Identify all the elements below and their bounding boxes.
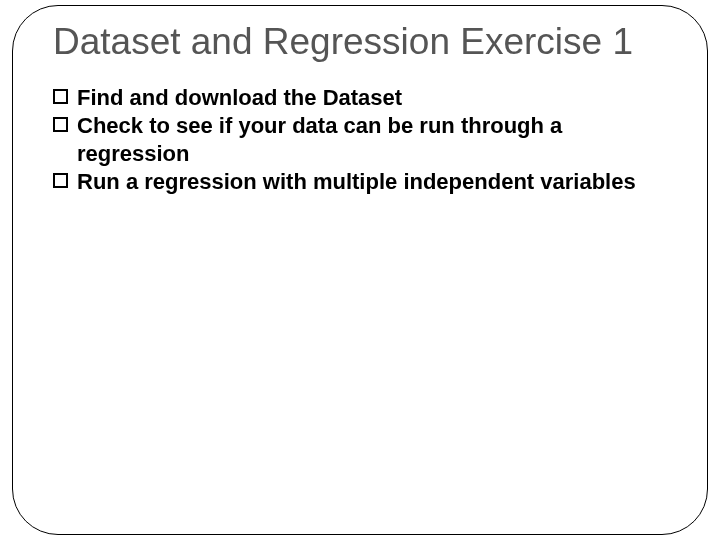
bullet-text: Run a regression with multiple independe… bbox=[77, 169, 636, 194]
list-item: Find and download the Dataset bbox=[53, 84, 667, 112]
bullet-text: Find and download the Dataset bbox=[77, 85, 402, 110]
bullet-list: Find and download the Dataset Check to s… bbox=[53, 84, 667, 196]
slide-title: Dataset and Regression Exercise 1 bbox=[53, 20, 667, 64]
checkbox-icon bbox=[53, 117, 68, 132]
list-item: Check to see if your data can be run thr… bbox=[53, 112, 667, 167]
bullet-text: Check to see if your data can be run thr… bbox=[77, 113, 562, 166]
checkbox-icon bbox=[53, 89, 68, 104]
list-item: Run a regression with multiple independe… bbox=[53, 168, 667, 196]
slide-frame: Dataset and Regression Exercise 1 Find a… bbox=[12, 5, 708, 535]
checkbox-icon bbox=[53, 173, 68, 188]
